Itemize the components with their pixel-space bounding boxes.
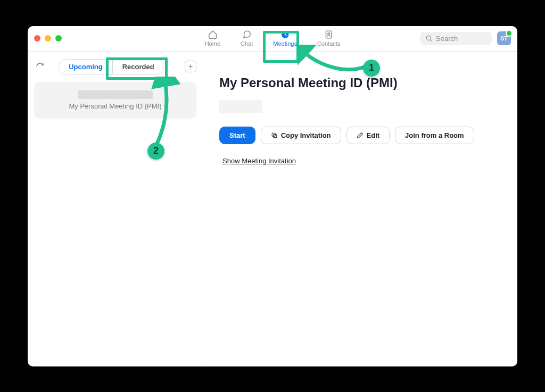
redacted-pmi-value (219, 100, 262, 113)
search-icon (425, 35, 433, 42)
tab-chat[interactable]: Chat (237, 26, 256, 51)
tab-contacts[interactable]: Contacts (314, 26, 343, 51)
avatar[interactable]: ST (497, 31, 511, 45)
clock-icon (280, 30, 290, 39)
copy-button-label: Copy Invitation (281, 131, 331, 139)
segment-upcoming[interactable]: Upcoming (59, 60, 112, 74)
search-input[interactable]: Search (420, 32, 492, 45)
page-title: My Personal Meeting ID (PMI) (219, 76, 501, 90)
tab-home[interactable]: Home (202, 26, 224, 51)
svg-point-2 (328, 33, 330, 35)
body: Upcoming Recorded My Personal Meeting ID… (28, 52, 517, 366)
join-from-room-button[interactable]: Join from a Room (395, 127, 474, 144)
edit-button[interactable]: Edit (346, 127, 390, 144)
maximize-window-icon[interactable] (55, 35, 62, 41)
segmented-control: Upcoming Recorded (59, 59, 164, 74)
tab-contacts-label: Contacts (317, 40, 340, 47)
contacts-icon (324, 30, 334, 39)
refresh-button[interactable] (34, 61, 46, 72)
tab-chat-label: Chat (241, 40, 253, 47)
add-meeting-button[interactable] (185, 61, 196, 72)
chat-icon (242, 30, 252, 39)
action-buttons: Start Copy Invitation Edit Join from a R… (219, 127, 501, 144)
svg-point-3 (426, 36, 431, 40)
content: My Personal Meeting ID (PMI) Start Copy … (203, 52, 517, 366)
app-window: Home Chat Meetings Contacts Search ST (28, 26, 517, 366)
main-nav: Home Chat Meetings Contacts (202, 26, 344, 51)
minimize-window-icon[interactable] (45, 35, 51, 41)
titlebar: Home Chat Meetings Contacts Search ST (28, 26, 517, 52)
plus-icon (187, 63, 194, 70)
refresh-icon (36, 62, 44, 71)
redacted-meeting-id (78, 90, 153, 99)
segment-recorded[interactable]: Recorded (112, 60, 164, 74)
copy-invitation-button[interactable]: Copy Invitation (261, 127, 341, 144)
window-controls (34, 35, 62, 41)
sidebar-toolbar: Upcoming Recorded (34, 59, 196, 74)
copy-icon (271, 132, 278, 139)
join-room-label: Join from a Room (405, 131, 464, 139)
avatar-initials: ST (500, 35, 508, 41)
search-placeholder: Search (436, 35, 458, 43)
tab-meetings[interactable]: Meetings (270, 26, 300, 51)
pencil-icon (357, 132, 364, 139)
tab-meetings-label: Meetings (273, 40, 297, 47)
edit-button-label: Edit (367, 131, 380, 139)
show-invitation-link[interactable]: Show Meeting Invitation (222, 157, 296, 165)
sidebar: Upcoming Recorded My Personal Meeting ID… (28, 52, 203, 366)
home-icon (208, 30, 217, 39)
meeting-list-item[interactable]: My Personal Meeting ID (PMI) (34, 82, 196, 119)
close-window-icon[interactable] (34, 35, 40, 41)
start-button-label: Start (229, 131, 245, 139)
titlebar-right: Search ST (420, 31, 511, 45)
tab-home-label: Home (205, 40, 220, 47)
start-button[interactable]: Start (219, 127, 255, 144)
meeting-item-label: My Personal Meeting ID (PMI) (69, 102, 161, 110)
